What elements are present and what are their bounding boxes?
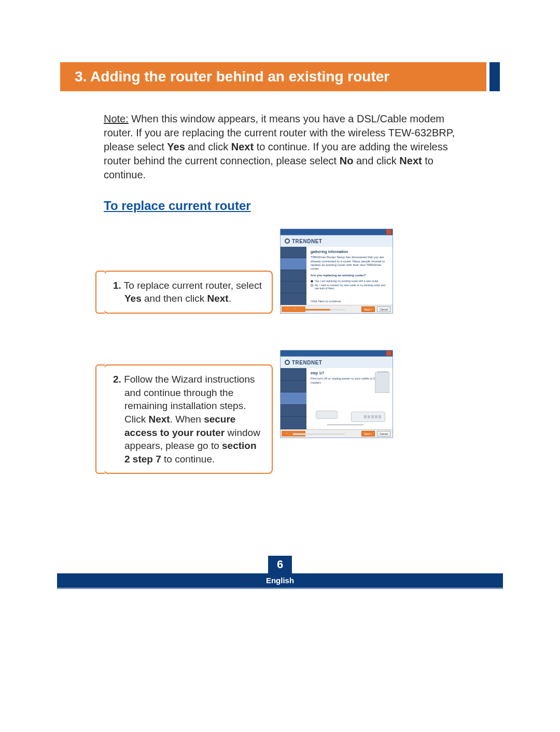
- section-title-bar: 3. Adding the router behind an existing …: [60, 62, 500, 91]
- step-1-text-2: and then click: [142, 293, 207, 304]
- sidebar-item: [281, 417, 306, 429]
- sidebar-item: [281, 293, 306, 305]
- section-title: 3. Adding the router behind an existing …: [60, 62, 486, 91]
- step-1-yes: Yes: [124, 293, 142, 304]
- sidebar-item: [281, 381, 306, 393]
- brand-text: TRENDNET: [292, 238, 322, 244]
- footer-line: [57, 588, 503, 589]
- step-1-text-3: .: [229, 293, 231, 304]
- radio-icon: [311, 284, 313, 287]
- screenshot-1-body: gathering information TRENDnet Router Se…: [281, 247, 393, 305]
- step-2-text-2: . When: [170, 414, 204, 425]
- sidebar-item-selected: [281, 258, 306, 270]
- shot1-opt-yes: Yes, I am replacing my existing router w…: [311, 279, 388, 283]
- screenshot-1: TRENDNET gathering information TRENDnet …: [280, 229, 393, 314]
- note-next-2: Next: [399, 155, 422, 166]
- progress-fill: [283, 309, 330, 311]
- shot2-cancel-button: Cancel: [377, 431, 390, 437]
- step-1-callout: 1. To replace current router, select Yes…: [104, 271, 273, 314]
- step-1-next: Next: [207, 293, 229, 304]
- screenshot-1-main: gathering information TRENDnet Router Se…: [306, 247, 393, 305]
- note-paragraph: Note: When this window appears, it means…: [104, 112, 456, 182]
- close-icon: [386, 351, 391, 356]
- note-text-2: and click: [185, 141, 231, 152]
- screenshot-2-sidebar: [281, 368, 306, 429]
- progress-bar: [283, 309, 345, 311]
- step-2-callout-wrap: 2. Follow the Wizard instructions and co…: [104, 350, 273, 474]
- screenshot-2: TRENDNET step 1/7 First turn off or unpl…: [280, 350, 393, 438]
- body-area: Note: When this window appears, it means…: [57, 91, 503, 474]
- brand-ring-icon: [285, 238, 290, 244]
- callout-stub: [95, 364, 105, 474]
- pc-tower-icon: [375, 372, 389, 393]
- step-2-next: Next: [148, 414, 170, 425]
- shot1-opt-yes-text: Yes, I am replacing my existing router w…: [315, 279, 379, 283]
- progress-fill: [283, 433, 293, 435]
- shot2-next-button: Next >: [361, 431, 375, 437]
- manual-page: 3. Adding the router behind an existing …: [0, 0, 560, 732]
- shot1-desc: TRENDnet Router Setup has discovered tha…: [311, 256, 388, 271]
- screenshot-2-footer: Network Wizard Next > Cancel: [281, 429, 393, 438]
- sidebar-item-selected: [281, 392, 306, 405]
- note-yes: Yes: [167, 141, 185, 152]
- screenshot-1-brand: TRENDNET: [281, 235, 393, 247]
- modem-icon: [316, 411, 338, 419]
- screenshot-1-titlebar: [281, 229, 393, 235]
- shot1-options: Yes, I am replacing my existing router w…: [311, 279, 388, 290]
- brand-text-2: TRENDNET: [292, 360, 322, 365]
- step-2-callout: 2. Follow the Wizard instructions and co…: [104, 364, 273, 474]
- screenshot-1-sidebar: [281, 247, 306, 305]
- screenshot-2-main: step 1/7 First turn off or unplug power …: [306, 368, 393, 429]
- title-accent: [489, 62, 500, 91]
- shot1-opt-no: No, I want to connect my new router to m…: [311, 284, 388, 290]
- step-1-row: 1. To replace current router, select Yes…: [104, 229, 456, 314]
- progress-bar: [283, 433, 345, 435]
- shot1-next-button: Next >: [361, 306, 375, 312]
- cable-icon: [327, 425, 363, 425]
- step-1-text-1: To replace current router, select: [121, 280, 262, 291]
- callout-stub: [95, 271, 105, 314]
- sidebar-item: [281, 368, 306, 381]
- router-icon: [351, 412, 385, 422]
- note-no: No: [340, 155, 354, 166]
- close-icon: [386, 230, 391, 234]
- screenshot-2-brand: TRENDNET: [281, 357, 393, 368]
- note-next-1: Next: [231, 141, 254, 152]
- step-1-number: 1.: [113, 280, 121, 291]
- note-label: Note:: [104, 113, 129, 124]
- shot1-cancel-button: Cancel: [377, 306, 390, 312]
- shot1-question: Are you replacing an existing router?: [311, 274, 388, 277]
- page-number: 6: [268, 556, 292, 573]
- sidebar-item: [281, 247, 306, 258]
- sidebar-item: [281, 270, 306, 281]
- page-footer: 6 English: [57, 573, 503, 589]
- note-text-4: and click: [353, 155, 399, 166]
- shot1-heading: gathering information: [311, 250, 388, 254]
- sidebar-item: [281, 281, 306, 293]
- shot1-click-next: Click Next to continue.: [311, 300, 388, 303]
- subsection-heading: To replace current router: [104, 199, 456, 213]
- screenshot-2-titlebar: [281, 350, 393, 357]
- screenshot-2-body: step 1/7 First turn off or unplug power …: [281, 368, 393, 429]
- step-2-number: 2.: [113, 374, 121, 385]
- steps-container: 1. To replace current router, select Yes…: [104, 229, 456, 474]
- radio-icon: [311, 280, 313, 283]
- step-2-row: 2. Follow the Wizard instructions and co…: [104, 350, 456, 474]
- shot1-opt-no-text: No, I want to connect my new router to m…: [315, 284, 388, 290]
- step-2-text-4: to continue.: [161, 454, 215, 464]
- footer-language: English: [57, 573, 503, 588]
- brand-ring-icon: [285, 360, 290, 365]
- step-1-callout-wrap: 1. To replace current router, select Yes…: [104, 271, 273, 314]
- sidebar-item: [281, 405, 306, 417]
- screenshot-1-footer: Network Wizard Next > Cancel: [281, 305, 393, 313]
